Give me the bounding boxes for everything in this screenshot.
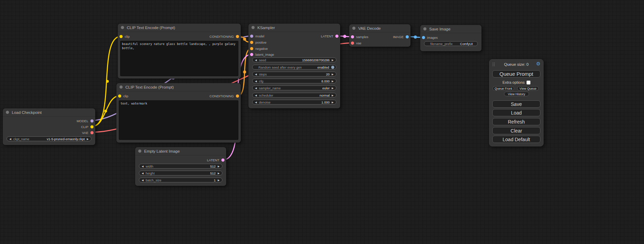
node-header[interactable]: CLIP Text Encode (Prompt) bbox=[118, 24, 241, 32]
load-default-button[interactable]: Load Default bbox=[492, 136, 540, 143]
decrement-arrow-icon[interactable]: ◀ bbox=[255, 59, 257, 61]
collapse-dot-icon[interactable] bbox=[121, 26, 124, 29]
input-slot-positive[interactable]: positive bbox=[250, 40, 266, 45]
output-slot-latent[interactable]: LATENT bbox=[207, 157, 224, 162]
filename-prefix-widget[interactable]: filename_prefix ComfyUI bbox=[424, 41, 478, 46]
decrement-arrow-icon[interactable]: ◀ bbox=[142, 165, 143, 168]
decrement-arrow-icon[interactable]: ◀ bbox=[255, 80, 257, 82]
input-slot-images[interactable]: images bbox=[422, 35, 438, 40]
collapse-dot-icon[interactable] bbox=[120, 85, 123, 89]
node-load-checkpoint[interactable]: Load Checkpoint MODEL CLIP VAE ◀ ckpt_na… bbox=[3, 108, 95, 145]
cfg-widget[interactable]: ◀ cfg 8.000 ▶ bbox=[252, 79, 336, 83]
input-slot-latent-image[interactable]: latent_image bbox=[250, 52, 274, 57]
clip-output-dot-icon[interactable] bbox=[90, 125, 94, 128]
decrement-arrow-icon[interactable]: ◀ bbox=[255, 94, 257, 97]
random-seed-toggle-widget[interactable]: Random seed after every gen enabled bbox=[252, 65, 336, 70]
output-slot-latent[interactable]: LATENT bbox=[321, 34, 338, 38]
view-history-button[interactable]: View History bbox=[504, 92, 529, 96]
decrement-arrow-icon[interactable]: ◀ bbox=[255, 87, 257, 89]
clear-button[interactable]: Clear bbox=[492, 127, 540, 134]
positive-prompt-textarea[interactable]: beautiful scenery nature glass bottle la… bbox=[120, 41, 238, 76]
conditioning-output-dot-icon[interactable] bbox=[236, 35, 239, 38]
view-queue-button[interactable]: View Queue bbox=[517, 86, 539, 91]
increment-arrow-icon[interactable]: ▶ bbox=[332, 80, 334, 82]
image-output-dot-icon[interactable] bbox=[406, 35, 409, 38]
vae-input-dot-icon[interactable] bbox=[351, 42, 354, 45]
load-button[interactable]: Load bbox=[492, 109, 540, 116]
model-output-dot-icon[interactable] bbox=[90, 119, 94, 123]
model-input-dot-icon[interactable] bbox=[250, 35, 253, 38]
input-slot-negative[interactable]: negative bbox=[250, 46, 268, 51]
batch-size-widget[interactable]: ◀ batch_size 1 ▶ bbox=[139, 178, 222, 182]
refresh-button[interactable]: Refresh bbox=[492, 118, 540, 125]
node-header[interactable]: Save Image bbox=[420, 25, 482, 33]
samples-input-dot-icon[interactable] bbox=[351, 35, 354, 38]
queue-front-button[interactable]: Queue Front bbox=[493, 86, 514, 91]
latent-output-dot-icon[interactable] bbox=[335, 35, 338, 38]
save-button[interactable]: Save bbox=[492, 100, 540, 108]
node-vae-decode[interactable]: VAE Decode samples IMAGE vae bbox=[349, 24, 411, 47]
input-slot-model[interactable]: model bbox=[250, 34, 264, 38]
increment-arrow-icon[interactable]: ▶ bbox=[218, 165, 220, 168]
latent-image-input-dot-icon[interactable] bbox=[250, 53, 253, 56]
extra-options-checkbox[interactable] bbox=[527, 81, 530, 84]
output-slot-model[interactable]: MODEL bbox=[77, 118, 94, 123]
scheduler-widget[interactable]: ◀ scheduler normal ▶ bbox=[252, 93, 336, 98]
positive-input-dot-icon[interactable] bbox=[250, 41, 253, 44]
output-slot-vae[interactable]: VAE bbox=[82, 130, 94, 135]
collapse-dot-icon[interactable] bbox=[138, 150, 141, 153]
decrement-arrow-icon[interactable]: ◀ bbox=[142, 172, 143, 174]
node-header[interactable]: CLIP Text Encode (Prompt) bbox=[116, 83, 241, 91]
input-slot-clip[interactable]: clip bbox=[118, 93, 128, 98]
conditioning-output-dot-icon[interactable] bbox=[236, 94, 239, 98]
decrement-arrow-icon[interactable]: ◀ bbox=[255, 101, 257, 103]
collapse-dot-icon[interactable] bbox=[352, 27, 355, 30]
increment-arrow-icon[interactable]: ▶ bbox=[332, 87, 334, 89]
increment-arrow-icon[interactable]: ▶ bbox=[332, 59, 334, 61]
decrement-arrow-icon[interactable]: ◀ bbox=[142, 179, 143, 181]
node-save-image[interactable]: Save Image images filename_prefix ComfyU… bbox=[420, 25, 482, 51]
collapse-dot-icon[interactable] bbox=[6, 111, 9, 114]
increment-arrow-icon[interactable]: ▶ bbox=[332, 101, 334, 103]
increment-arrow-icon[interactable]: ▶ bbox=[332, 73, 334, 75]
toggle-enabled-dot-icon[interactable] bbox=[331, 66, 334, 69]
decrement-arrow-icon[interactable]: ◀ bbox=[255, 73, 257, 75]
output-slot-conditioning[interactable]: CONDITIONING bbox=[210, 34, 239, 39]
clip-input-dot-icon[interactable] bbox=[120, 35, 123, 38]
decrement-arrow-icon[interactable]: ◀ bbox=[9, 138, 11, 140]
collapse-dot-icon[interactable] bbox=[423, 27, 426, 30]
workflow-canvas[interactable]: Load Checkpoint MODEL CLIP VAE ◀ ckpt_na… bbox=[0, 0, 644, 244]
input-slot-clip[interactable]: clip bbox=[120, 34, 130, 39]
increment-arrow-icon[interactable]: ▶ bbox=[87, 138, 89, 140]
node-header[interactable]: Load Checkpoint bbox=[3, 108, 95, 117]
negative-input-dot-icon[interactable] bbox=[250, 47, 253, 50]
sampler-name-widget[interactable]: ◀ sampler_name euler ▶ bbox=[252, 85, 336, 90]
node-empty-latent-image[interactable]: Empty Latent Image LATENT ◀ width 512 ▶ … bbox=[135, 147, 226, 186]
increment-arrow-icon[interactable]: ▶ bbox=[218, 172, 220, 174]
output-slot-conditioning[interactable]: CONDITIONING bbox=[210, 93, 239, 98]
node-header[interactable]: Empty Latent Image bbox=[135, 147, 226, 155]
input-slot-samples[interactable]: samples bbox=[351, 34, 368, 39]
node-header[interactable]: VAE Decode bbox=[349, 24, 411, 33]
collapse-dot-icon[interactable] bbox=[252, 26, 255, 29]
node-header[interactable]: KSampler bbox=[248, 24, 340, 32]
queue-prompt-button[interactable]: Queue Prompt bbox=[492, 70, 540, 78]
node-ksampler[interactable]: KSampler model LATENT positive negative … bbox=[248, 24, 340, 108]
input-slot-vae[interactable]: vae bbox=[351, 40, 361, 45]
settings-gear-icon[interactable]: ⚙ bbox=[536, 61, 540, 66]
denoise-widget[interactable]: ◀ denoise 1.000 ▶ bbox=[252, 100, 336, 105]
output-slot-clip[interactable]: CLIP bbox=[81, 124, 94, 129]
clip-input-dot-icon[interactable] bbox=[118, 94, 121, 98]
images-input-dot-icon[interactable] bbox=[422, 36, 425, 39]
node-clip-text-encode-negative[interactable]: CLIP Text Encode (Prompt) clip CONDITION… bbox=[116, 83, 241, 143]
node-clip-text-encode-positive[interactable]: CLIP Text Encode (Prompt) clip CONDITION… bbox=[118, 24, 241, 79]
ckpt-name-widget[interactable]: ◀ ckpt_name v1-5-pruned-emaonly.ckpt ▶ bbox=[7, 136, 91, 141]
steps-widget[interactable]: ◀ steps 20 ▶ bbox=[252, 72, 336, 76]
output-slot-image[interactable]: IMAGE bbox=[393, 34, 409, 39]
negative-prompt-textarea[interactable]: text, watermark bbox=[119, 100, 238, 140]
width-widget[interactable]: ◀ width 512 ▶ bbox=[139, 164, 222, 169]
latent-output-dot-icon[interactable] bbox=[221, 159, 224, 162]
increment-arrow-icon[interactable]: ▶ bbox=[332, 94, 334, 97]
height-widget[interactable]: ◀ height 512 ▶ bbox=[139, 171, 222, 175]
increment-arrow-icon[interactable]: ▶ bbox=[218, 179, 220, 181]
